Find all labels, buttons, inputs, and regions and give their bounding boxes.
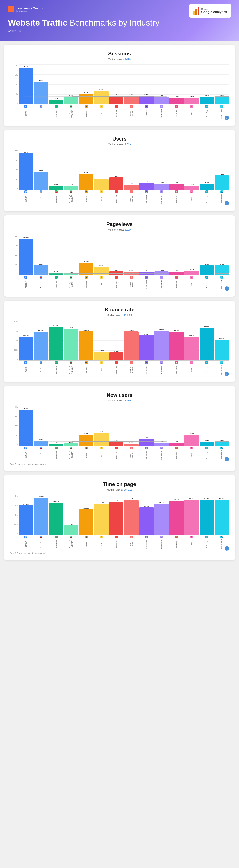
bar-group: 3.22k — [169, 64, 184, 104]
industry-icon: 🎓 — [85, 105, 88, 108]
x-label-item: 🍔Food — [94, 361, 109, 375]
bar-value-label: 1m 45s — [129, 498, 134, 500]
bar-value-label: 4.2k — [69, 271, 73, 273]
bar-value-label: 3.31k — [205, 440, 209, 441]
bar — [154, 97, 169, 104]
svg-rect-0 — [9, 8, 10, 11]
industry-icon: 🏭 — [160, 361, 163, 364]
x-label-item: 🛍️Retail — [184, 536, 199, 550]
industry-label: Education — [85, 194, 87, 205]
chart-users: UsersMedian value: 3.02k20k15k10k5k021.4… — [4, 130, 235, 211]
industry-icon: ⚙️ — [205, 361, 208, 364]
industry-icon: 🏭 — [160, 446, 163, 449]
industry-label: Health Care — [116, 194, 117, 205]
bar — [184, 271, 199, 275]
bar-value-label: 3.31k — [220, 440, 224, 441]
industry-label: IT & Software — [146, 108, 147, 119]
industry-icon: 👕 — [25, 536, 27, 538]
bar-group: 11.2k — [94, 406, 109, 446]
bar-group: 25.7k — [34, 235, 49, 275]
industry-label: Travel & Leisure — [221, 364, 222, 375]
bar-group: 5.44k — [49, 235, 63, 275]
bar-group: 11.27k — [184, 235, 199, 275]
industry-label: Food — [100, 364, 102, 375]
chart-info-button[interactable]: i — [225, 116, 229, 120]
industry-label: Retail — [191, 194, 192, 205]
bar-group: 1m 17s — [79, 495, 94, 535]
bar-group: 18.16k — [19, 64, 33, 104]
industry-icon: 💼 — [70, 105, 72, 108]
bar-value-label: 5.44k — [54, 271, 58, 273]
industry-icon: 🏭 — [160, 536, 163, 538]
x-label-item: ⚙️Technology — [200, 361, 214, 375]
industry-label: Real Estate — [176, 539, 177, 550]
industry-label: Travel & Leisure — [221, 539, 222, 550]
y-axis-label: 100k — [10, 254, 18, 256]
chart-info-button[interactable]: i — [225, 201, 229, 205]
x-label-item: 🎓Education — [79, 361, 94, 375]
industry-label: Real Estate — [176, 364, 177, 375]
bar — [184, 98, 199, 104]
bar-value-label: 32.86k — [84, 260, 89, 262]
bar — [214, 175, 229, 190]
bar-group: 2.65k — [154, 406, 169, 446]
header: benchmark Groups by databox Google Googl… — [0, 0, 239, 40]
bar — [19, 337, 33, 360]
svg-rect-2 — [11, 9, 12, 11]
bar-group: 4.25k — [124, 64, 139, 104]
bar-group: 8.92k — [184, 406, 199, 446]
y-axis-label: 10k — [10, 83, 18, 85]
bar — [139, 439, 154, 446]
bar-group: 1.49k — [124, 406, 139, 446]
bar — [79, 94, 94, 104]
chart-info-button[interactable]: i — [225, 372, 229, 376]
industry-label: Construction — [55, 194, 57, 205]
industry-icon: 💪 — [130, 190, 133, 193]
industry-label: Health & Wellness — [130, 539, 133, 550]
industry-label: Apparel & Fashion — [25, 364, 27, 375]
bar-group: 25.8k — [214, 235, 229, 275]
chart-info-button[interactable]: i — [225, 457, 229, 461]
page-title: Website Traffic Benchmarks by Industry — [8, 18, 231, 27]
bar — [64, 97, 79, 104]
bar — [34, 172, 49, 190]
bar — [94, 352, 109, 360]
industry-label: Real Estate — [176, 108, 177, 119]
y-axis-label: 30k — [10, 415, 18, 417]
bar-group: 9.03k — [154, 235, 169, 275]
bar-group: 17.95% — [94, 320, 109, 360]
industry-icon: ❤️ — [115, 536, 118, 538]
industry-icon: 🚗 — [40, 446, 42, 449]
bar-group: 46.97% — [19, 320, 33, 360]
bar-value-label: 3.22k — [175, 96, 179, 97]
industry-label: Real Estate — [176, 450, 177, 461]
x-label-item: 👕Apparel & Fashion — [19, 276, 33, 290]
industry-icon: ✈️ — [220, 446, 223, 449]
industry-label: Technology — [206, 194, 208, 205]
bar — [139, 183, 154, 190]
chart-info-button[interactable]: i — [225, 546, 229, 551]
industry-icon: 💻 — [145, 276, 148, 279]
x-label-item: 🎓Education — [79, 536, 94, 550]
industry-icon: ⚙️ — [205, 190, 208, 193]
industry-icon: 🚗 — [40, 276, 42, 279]
industry-icon: 🏠 — [175, 446, 178, 449]
bar — [169, 332, 184, 360]
page-date: April 2023 — [8, 29, 231, 33]
bar-value-label: 2.24k — [54, 98, 58, 99]
x-label-item: 🚗Automotive — [34, 105, 49, 119]
industry-icon: 👕 — [25, 446, 27, 449]
bar — [109, 272, 124, 275]
x-label-item: 🛍️Retail — [184, 105, 199, 119]
industry-icon: 🏠 — [175, 536, 178, 538]
x-label-item: 💪Health & Wellness — [124, 190, 139, 205]
bar-value-label: 64% — [69, 327, 73, 328]
bar-group: 64.96% — [200, 320, 214, 360]
bar — [79, 263, 94, 275]
bar — [34, 82, 49, 104]
bar-group: 32.86k — [79, 235, 94, 275]
industry-label: Health Care — [116, 279, 117, 290]
chart-info-button[interactable]: i — [225, 286, 229, 291]
industry-label: Technology — [206, 539, 208, 550]
x-label-item: 🏠Real Estate — [169, 361, 184, 375]
